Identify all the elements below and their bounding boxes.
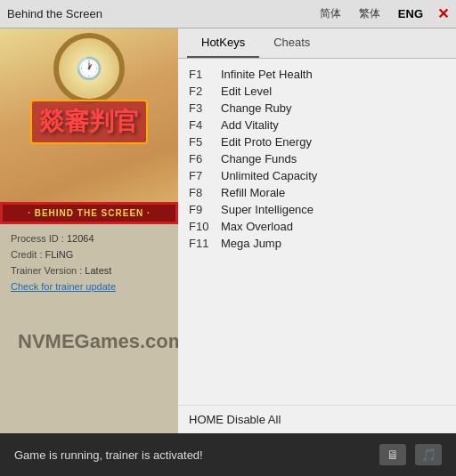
lang-traditional[interactable]: 繁体: [355, 4, 384, 23]
tab-cheats[interactable]: Cheats: [259, 28, 324, 58]
hotkey-item: F3Change Ruby: [189, 100, 445, 117]
trainer-label: Trainer Version :: [11, 265, 82, 276]
hotkey-action: Change Ruby: [221, 101, 292, 115]
hotkey-key: F6: [189, 152, 221, 165]
tab-hotkeys[interactable]: HotKeys: [187, 28, 259, 58]
hotkey-item: F8Refill Morale: [189, 184, 445, 201]
hotkey-key: F8: [189, 186, 221, 199]
lang-simplified[interactable]: 简体: [316, 4, 345, 23]
chinese-game-title: 燚審判官: [30, 100, 148, 144]
title-bar: Behind the Screen 简体 繁体 ENG ✕: [0, 0, 456, 28]
credit-row: Credit : FLiNG: [11, 249, 167, 260]
hotkey-action: Refill Morale: [221, 186, 285, 199]
hotkey-action: Add Vitality: [221, 118, 279, 132]
hotkey-action: Infinite Pet Health: [221, 68, 313, 81]
left-panel: 🕐 燚審判官 · BEHIND THE SCREEN · Process ID …: [0, 28, 178, 433]
hotkey-item: F7Unlimited Capacity: [189, 167, 445, 184]
hotkey-item: F5Edit Proto Energy: [189, 133, 445, 150]
clock-face: 🕐: [76, 56, 102, 81]
hotkey-key: F9: [189, 203, 221, 216]
english-game-title: · BEHIND THE SCREEN ·: [0, 202, 178, 224]
status-bar: Game is running, trainer is activated! 🖥…: [0, 433, 456, 476]
hotkey-action: Edit Proto Energy: [221, 135, 312, 149]
hotkey-action: Unlimited Capacity: [221, 169, 317, 182]
hotkey-action: Max Overload: [221, 220, 293, 233]
close-button[interactable]: ✕: [437, 7, 449, 21]
trainer-version: Latest: [85, 265, 111, 276]
hotkey-item: F10Max Overload: [189, 218, 445, 235]
process-row: Process ID : 12064: [11, 233, 167, 244]
hotkey-key: F11: [189, 237, 221, 250]
status-message: Game is running, trainer is activated!: [14, 448, 203, 462]
hotkey-item: F2Edit Level: [189, 83, 445, 100]
hotkey-key: F2: [189, 85, 221, 98]
home-action: HOME Disable All: [189, 413, 281, 426]
game-image: 🕐 燚審判官 · BEHIND THE SCREEN ·: [0, 28, 178, 224]
hotkey-key: F10: [189, 220, 221, 233]
hotkey-item: F9Super Intelligence: [189, 201, 445, 218]
update-row[interactable]: Check for trainer update: [11, 281, 167, 292]
hotkey-action: Mega Jump: [221, 237, 281, 250]
hotkey-key: F3: [189, 101, 221, 115]
hotkey-action: Super Intelligence: [221, 203, 314, 216]
app-title: Behind the Screen: [7, 7, 102, 20]
tab-bar: HotKeys Cheats: [178, 28, 456, 59]
process-id: 12064: [67, 233, 94, 244]
status-icons: 🖥 🎵: [379, 444, 442, 465]
hotkey-action: Edit Level: [221, 85, 272, 98]
hotkey-action: Change Funds: [221, 152, 297, 165]
process-label: Process ID :: [11, 233, 64, 244]
music-icon[interactable]: 🎵: [415, 444, 442, 465]
right-panel: HotKeys Cheats F1Infinite Pet HealthF2Ed…: [178, 28, 456, 433]
hotkey-key: F5: [189, 135, 221, 149]
hotkey-item: F6Change Funds: [189, 150, 445, 167]
hotkey-item: F11Mega Jump: [189, 235, 445, 252]
home-section: HOME Disable All: [178, 405, 456, 433]
hotkey-key: F1: [189, 68, 221, 81]
hotkey-key: F4: [189, 118, 221, 132]
clock-decoration: 🕐: [53, 33, 125, 104]
info-panel: Process ID : 12064 Credit : FLiNG Traine…: [0, 224, 178, 433]
lang-english[interactable]: ENG: [395, 5, 427, 22]
credit-value: FLiNG: [45, 249, 74, 260]
trainer-row: Trainer Version : Latest: [11, 265, 167, 276]
credit-label: Credit :: [11, 249, 42, 260]
hotkey-key: F7: [189, 169, 221, 182]
title-bar-controls: 简体 繁体 ENG ✕: [316, 4, 449, 23]
monitor-icon[interactable]: 🖥: [379, 444, 406, 465]
hotkey-item: F4Add Vitality: [189, 117, 445, 133]
update-link[interactable]: Check for trainer update: [11, 281, 116, 292]
main-area: 🕐 燚審判官 · BEHIND THE SCREEN · Process ID …: [0, 28, 456, 433]
hotkey-item: F1Infinite Pet Health: [189, 66, 445, 83]
hotkeys-list: F1Infinite Pet HealthF2Edit LevelF3Chang…: [178, 59, 456, 405]
